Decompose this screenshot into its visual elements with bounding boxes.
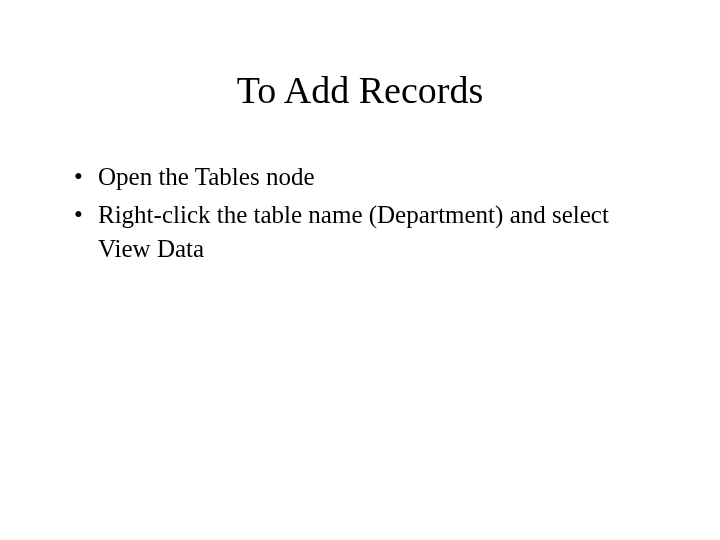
slide-container: To Add Records Open the Tables node Righ… bbox=[0, 0, 720, 540]
slide-title: To Add Records bbox=[60, 68, 660, 112]
list-item: Right-click the table name (Department) … bbox=[70, 198, 660, 266]
list-item: Open the Tables node bbox=[70, 160, 660, 194]
bullet-list: Open the Tables node Right-click the tab… bbox=[60, 160, 660, 265]
